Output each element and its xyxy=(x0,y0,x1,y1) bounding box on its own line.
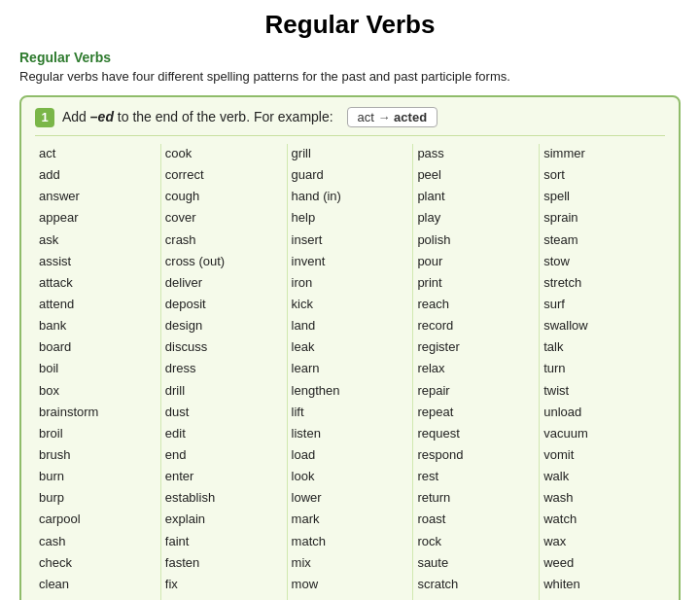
word-item: lift xyxy=(292,403,409,422)
word-item: peel xyxy=(417,165,535,185)
word-item: attend xyxy=(39,295,157,314)
word-item: learn xyxy=(292,359,409,378)
word-item: register xyxy=(417,337,535,357)
word-column-2: cookcorrectcoughcovercrashcross (out)del… xyxy=(161,144,288,600)
word-item: kick xyxy=(292,295,409,314)
section-header: 1 Add –ed to the end of the verb. For ex… xyxy=(35,107,665,127)
subtitle-bold: Regular Verbs xyxy=(19,50,681,65)
word-item: pass xyxy=(417,144,535,163)
word-item: sort xyxy=(543,165,661,185)
word-item: vomit xyxy=(543,445,661,465)
word-item: cross (out) xyxy=(165,252,283,271)
word-item: pour xyxy=(417,252,535,271)
word-item: mow xyxy=(292,575,409,594)
word-item: roast xyxy=(417,510,535,529)
word-item: lengthen xyxy=(292,381,409,401)
word-column-3: grillguardhand (in)helpinsertinventironk… xyxy=(288,144,414,600)
divider xyxy=(35,135,665,136)
word-item: seat xyxy=(417,596,535,600)
word-item: return xyxy=(417,488,535,508)
word-item: repair xyxy=(417,381,535,401)
example-base: act xyxy=(358,110,374,124)
word-item: cash xyxy=(39,532,157,551)
word-item: work xyxy=(543,596,661,600)
word-item: clean xyxy=(39,575,157,594)
word-item: rest xyxy=(417,467,535,486)
word-item: guard xyxy=(292,165,409,185)
word-item: relax xyxy=(417,359,535,378)
word-column-4: passpeelplantplaypolishpourprintreachrec… xyxy=(413,144,540,600)
word-item: repeat xyxy=(417,403,535,422)
word-item: answer xyxy=(39,187,157,206)
word-item: sprain xyxy=(543,208,661,228)
arrow-icon: → xyxy=(377,110,390,124)
example-pill: act → acted xyxy=(347,107,438,127)
instruction-suffix: to the end of the verb. For example: xyxy=(114,109,333,124)
word-item: edit xyxy=(165,424,283,443)
word-item: cough xyxy=(165,187,283,206)
word-item: deliver xyxy=(165,273,283,293)
instruction-prefix: Add xyxy=(62,109,90,124)
word-item: listen xyxy=(292,424,409,443)
word-item: clear xyxy=(39,596,157,600)
word-item: enter xyxy=(165,467,283,486)
word-column-5: simmersortspellsprainsteamstowstretchsur… xyxy=(540,144,665,600)
word-item: rock xyxy=(417,532,535,551)
word-item: mix xyxy=(292,553,409,573)
word-item: establish xyxy=(165,488,283,508)
word-item: bank xyxy=(39,316,157,335)
word-item: request xyxy=(417,424,535,443)
word-item: help xyxy=(292,208,409,228)
word-item: watch xyxy=(543,510,661,529)
word-item: carpool xyxy=(39,510,157,529)
word-item: insert xyxy=(292,230,409,250)
word-item: polish xyxy=(417,230,535,250)
word-item: print xyxy=(417,273,535,293)
word-item: box xyxy=(39,381,157,401)
word-item: deposit xyxy=(165,295,283,314)
word-item: mark xyxy=(292,510,409,529)
word-item: dress xyxy=(165,359,283,378)
word-item: burp xyxy=(39,488,157,508)
word-item: reach xyxy=(417,295,535,314)
word-item: cover xyxy=(165,208,283,228)
word-item: record xyxy=(417,316,535,335)
word-item: drill xyxy=(165,381,283,401)
word-item: plant xyxy=(417,187,535,206)
word-item: dust xyxy=(165,403,283,422)
word-item: broil xyxy=(39,424,157,443)
word-item: iron xyxy=(292,273,409,293)
word-item: burn xyxy=(39,467,157,486)
word-item: crash xyxy=(165,230,283,250)
word-item: assist xyxy=(39,252,157,271)
word-item: cook xyxy=(165,144,283,163)
word-item: twist xyxy=(543,381,661,401)
subtitle-text: Regular verbs have four different spelli… xyxy=(19,69,681,84)
word-item: whiten xyxy=(543,575,661,594)
word-item: invent xyxy=(292,252,409,271)
word-item: wash xyxy=(543,488,661,508)
word-item: look xyxy=(292,467,409,486)
word-item: ask xyxy=(39,230,157,250)
word-item: discuss xyxy=(165,337,283,357)
word-item: stretch xyxy=(543,273,661,293)
word-item: walk xyxy=(543,467,661,486)
word-item: fasten xyxy=(165,553,283,573)
section-box: 1 Add –ed to the end of the verb. For ex… xyxy=(19,95,681,600)
word-item: hand (in) xyxy=(292,187,409,206)
word-item: scratch xyxy=(417,575,535,594)
word-item: boil xyxy=(39,359,157,378)
word-item: land xyxy=(292,316,409,335)
word-column-1: actaddanswerappearaskassistattackattendb… xyxy=(35,144,161,600)
word-item: weed xyxy=(543,553,661,573)
word-item: unload xyxy=(543,403,661,422)
word-item: fix xyxy=(165,575,283,594)
word-item: spell xyxy=(543,187,661,206)
word-item: check xyxy=(39,553,157,573)
word-item: floss xyxy=(165,596,283,600)
word-item: brush xyxy=(39,445,157,465)
word-item: vacuum xyxy=(543,424,661,443)
word-item: correct xyxy=(165,165,283,185)
word-item: surf xyxy=(543,295,661,314)
word-item: turn xyxy=(543,359,661,378)
